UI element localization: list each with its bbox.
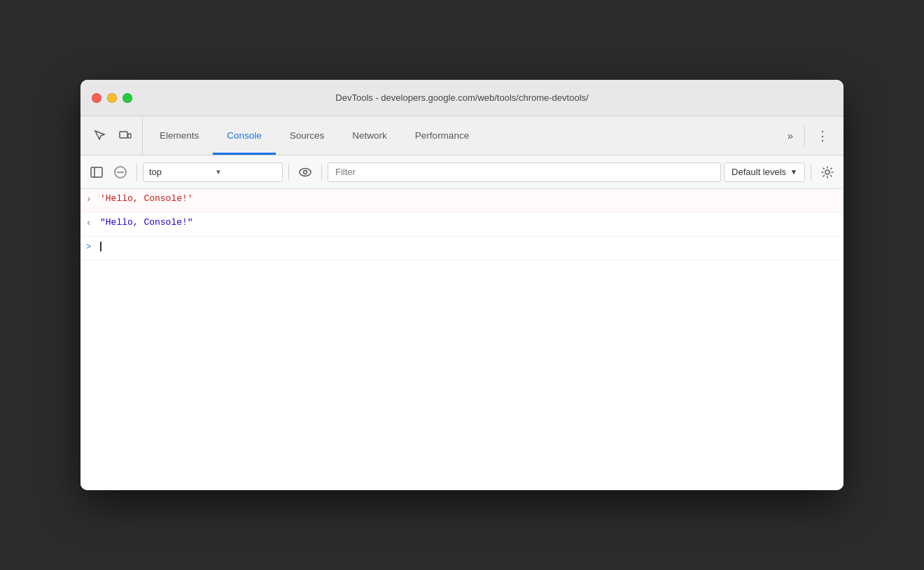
window-title: DevTools - developers.google.com/web/too…	[335, 92, 588, 103]
toolbar-divider-4	[811, 164, 811, 181]
devtools-menu-button[interactable]: ⋮	[811, 125, 835, 146]
minimize-button[interactable]	[107, 93, 117, 103]
close-button[interactable]	[92, 93, 102, 103]
tabs: Elements Console Sources Network Perform…	[146, 116, 776, 155]
filter-input[interactable]	[328, 162, 721, 182]
live-expressions-button[interactable]	[295, 162, 316, 183]
toolbar-divider-3	[321, 164, 322, 181]
console-line-return: ‹ "Hello, Console!"	[80, 213, 844, 237]
console-settings-button[interactable]	[817, 162, 838, 183]
console-content: › 'Hello, Console!' ‹ "Hello, Console!" …	[80, 189, 844, 490]
svg-rect-2	[91, 167, 102, 177]
console-line-output: › 'Hello, Console!'	[80, 189, 844, 213]
input-arrow: >	[86, 239, 100, 254]
return-arrow: ‹	[86, 216, 100, 230]
levels-dropdown-arrow: ▼	[790, 168, 797, 176]
device-toggle-button[interactable]	[114, 125, 136, 147]
context-dropdown-arrow: ▼	[215, 168, 276, 176]
console-input[interactable]	[100, 239, 838, 254]
console-input-line[interactable]: >	[80, 237, 844, 260]
more-tabs-button[interactable]: »	[782, 127, 799, 144]
tabbar-right: » ⋮	[776, 116, 841, 155]
maximize-button[interactable]	[122, 93, 132, 103]
return-value-1: "Hello, Console!"	[100, 216, 838, 230]
tab-network[interactable]: Network	[338, 116, 401, 155]
context-select[interactable]: top ▼	[143, 162, 283, 182]
svg-rect-0	[120, 132, 127, 138]
show-console-sidebar-button[interactable]	[86, 162, 107, 183]
toolbar-divider-2	[288, 164, 289, 181]
tabbar: Elements Console Sources Network Perform…	[80, 116, 844, 155]
cursor-blink	[100, 242, 102, 251]
titlebar: DevTools - developers.google.com/web/too…	[80, 80, 844, 116]
tabbar-icons	[83, 116, 143, 155]
log-levels-button[interactable]: Default levels ▼	[724, 162, 805, 182]
svg-rect-1	[128, 134, 131, 138]
svg-point-5	[304, 170, 307, 174]
tabbar-divider	[804, 125, 805, 146]
traffic-lights	[92, 93, 132, 103]
context-value: top	[149, 167, 211, 177]
tab-elements[interactable]: Elements	[146, 116, 213, 155]
toolbar-divider-1	[136, 164, 137, 181]
devtools-window: DevTools - developers.google.com/web/too…	[80, 80, 844, 490]
tab-performance[interactable]: Performance	[401, 116, 483, 155]
tab-sources[interactable]: Sources	[276, 116, 339, 155]
levels-label: Default levels	[732, 167, 786, 177]
output-value-1: 'Hello, Console!'	[100, 192, 838, 207]
inspect-element-button[interactable]	[89, 125, 111, 147]
svg-point-4	[300, 168, 311, 176]
tab-console[interactable]: Console	[213, 116, 276, 155]
console-toolbar: top ▼ Default levels ▼	[80, 155, 844, 189]
clear-console-button[interactable]	[110, 162, 131, 183]
output-arrow: ›	[86, 192, 100, 207]
svg-point-6	[825, 170, 830, 174]
